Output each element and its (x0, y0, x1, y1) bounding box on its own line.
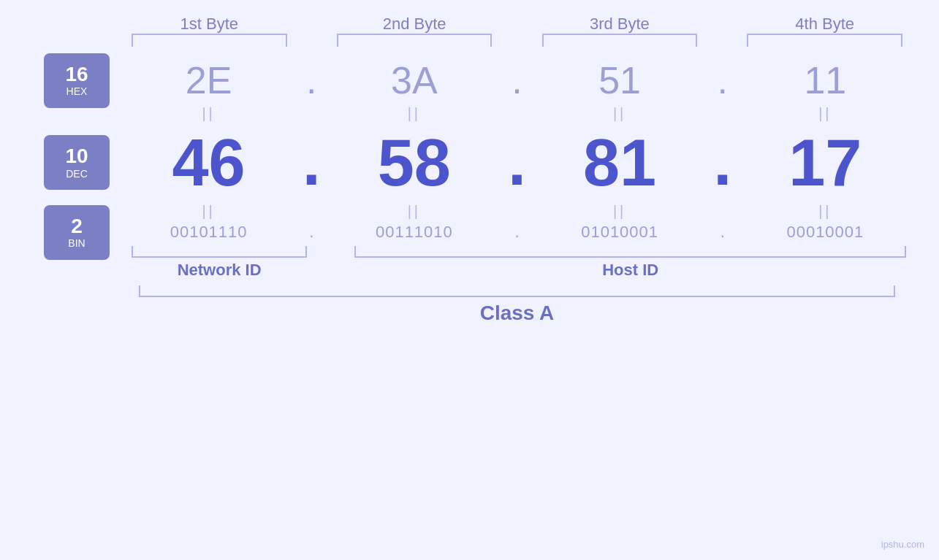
bin-b4: 00010001 (734, 223, 917, 242)
bracket-top-1 (132, 34, 287, 47)
eq1-b4: || (734, 105, 917, 122)
class-bracket (139, 285, 895, 297)
bracket-top-4 (747, 34, 902, 47)
network-bracket (132, 246, 307, 258)
dec-b2: 58 (322, 130, 506, 196)
class-label: Class A (480, 302, 555, 325)
host-bracket (354, 246, 906, 258)
dec-b4: 17 (734, 130, 917, 196)
dec-b3: 81 (528, 130, 712, 196)
bracket-top-3 (542, 34, 698, 47)
dec-badge: 10 DEC (44, 135, 110, 190)
bin-b3: 01010001 (528, 223, 712, 242)
byte-header-2: 2nd Byte (322, 15, 507, 51)
eq1-b3: || (528, 105, 712, 122)
host-id-block: Host ID (343, 246, 917, 280)
network-id-label: Network ID (178, 261, 262, 280)
main-container: 1st Byte 2nd Byte 3rd Byte 4th Byte 16 H… (0, 0, 939, 560)
hex-b2: 3A (322, 58, 506, 102)
hex-values: 2E . 3A . 51 . 11 (22, 58, 917, 102)
network-id-block: Network ID (117, 246, 322, 280)
bin-b2: 00111010 (322, 223, 506, 242)
bin-dot-3: . (712, 223, 734, 242)
bracket-top-2 (337, 34, 493, 47)
class-section: Class A (22, 285, 917, 325)
hex-b3: 51 (528, 58, 712, 102)
dec-dot-1: . (300, 125, 322, 200)
eq2-b1: || (117, 203, 300, 220)
watermark: ipshu.com (881, 539, 924, 550)
dec-row: 10 DEC 46 . 58 . 81 . 17 (22, 125, 917, 200)
bin-values: 00101110 . 00111010 . 01010001 . 0001000… (22, 223, 917, 242)
dec-dot-2: . (506, 125, 528, 200)
hex-b4: 11 (734, 58, 917, 102)
eq2-b4: || (734, 203, 917, 220)
hex-row: 16 HEX 2E . 3A . 51 . 11 (22, 58, 917, 102)
eq1-b1: || (117, 105, 300, 122)
dec-b1: 46 (117, 130, 300, 196)
eq2-b2: || (322, 203, 506, 220)
bin-row: 2 BIN 00101110 . 00111010 . 01010001 . (22, 223, 917, 242)
byte-header-3: 3rd Byte (528, 15, 712, 51)
hex-dot-1: . (300, 58, 322, 102)
hex-badge: 16 HEX (44, 53, 110, 108)
byte-headers-row: 1st Byte 2nd Byte 3rd Byte 4th Byte (22, 15, 917, 51)
bin-b1: 00101110 (117, 223, 300, 242)
hex-dot-2: . (506, 58, 528, 102)
byte-header-1: 1st Byte (117, 15, 302, 51)
byte-header-4: 4th Byte (732, 15, 917, 51)
bin-dot-1: . (300, 223, 322, 242)
id-section: Network ID Host ID (22, 246, 917, 280)
bin-dot-2: . (506, 223, 528, 242)
eq2-b3: || (528, 203, 712, 220)
dec-dot-3: . (712, 125, 734, 200)
equals-row-1: || || || || (22, 105, 917, 122)
eq1-b2: || (322, 105, 506, 122)
host-id-label: Host ID (602, 261, 658, 280)
dec-values: 46 . 58 . 81 . 17 (22, 125, 917, 200)
hex-dot-3: . (712, 58, 734, 102)
hex-b1: 2E (117, 58, 300, 102)
equals-row-2: || || || || (22, 203, 917, 220)
